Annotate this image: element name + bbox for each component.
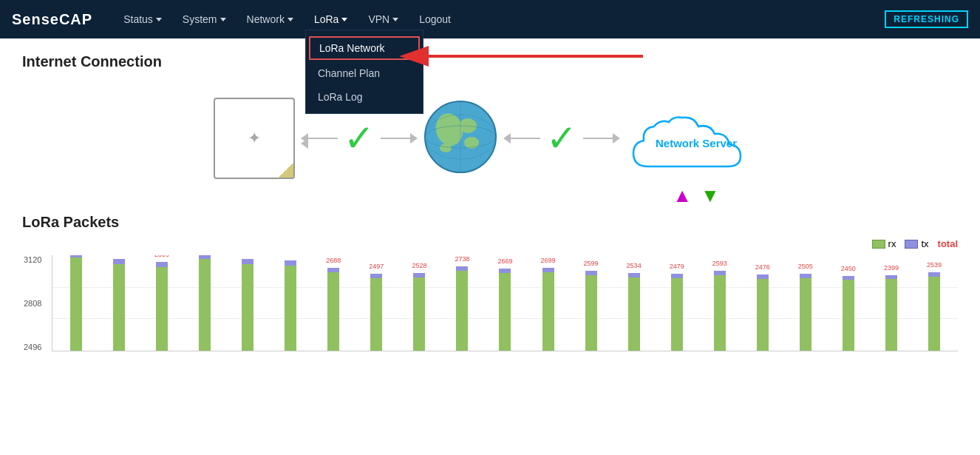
bar-total-label: 2669 — [497, 257, 512, 265]
main-content: Internet Connection ✦ ✓ — [0, 38, 980, 366]
connection-diagram: ✦ ✓ — [22, 92, 958, 184]
nav-status[interactable]: Status — [115, 9, 171, 30]
bar-rx — [800, 278, 811, 351]
nav-logout[interactable]: Logout — [410, 9, 460, 30]
arrow-line3 — [583, 138, 613, 139]
bar-stack — [585, 271, 597, 351]
bar-group: 2450 — [828, 255, 869, 351]
bar-total-label: 2528 — [412, 262, 426, 269]
bar-stack — [70, 255, 82, 351]
bar-stack — [285, 260, 296, 351]
bar-stack — [757, 274, 769, 351]
lora-packets-section: LoRa Packets rx tx total 3120 2808 2496 — [22, 214, 958, 351]
bar-group: 2688 — [313, 255, 354, 351]
device-icon: ✦ — [248, 129, 261, 148]
bar-group: 2539 — [913, 255, 955, 351]
bar-tx — [242, 259, 253, 264]
bar-total-label: 2476 — [755, 263, 770, 271]
bar-stack — [843, 276, 854, 351]
internet-connection-title: Internet Connection — [22, 53, 958, 70]
lora-packets-title: LoRa Packets — [22, 214, 958, 231]
bar-total-label: 2534 — [627, 262, 642, 269]
bar-rx — [242, 264, 253, 351]
nav-vpn[interactable]: VPN — [359, 9, 407, 30]
bar-group: 3063 — [184, 255, 225, 351]
legend-tx: tx — [905, 238, 928, 249]
bar-rx — [499, 273, 511, 351]
bar-rx — [199, 259, 211, 351]
bar-stack — [199, 255, 211, 351]
svg-point-6 — [440, 144, 452, 152]
bar-total-label: 2738 — [455, 255, 469, 263]
bar-total-label: 2479 — [670, 263, 684, 270]
bar-group: 2534 — [613, 255, 655, 351]
bar-stack — [456, 266, 468, 351]
bar-stack — [113, 259, 125, 351]
bar-group: 2599 — [571, 255, 612, 351]
bar-rx — [156, 267, 168, 351]
bar-group: 3111 — [55, 255, 97, 351]
bar-rx — [70, 257, 82, 351]
legend-rx-box — [872, 240, 885, 249]
network-server-label: Network Server — [656, 137, 737, 149]
bar-total-label: 2497 — [369, 263, 384, 270]
chart-container: 3120 2808 2496 3111286928093063293729262… — [22, 255, 958, 351]
bar-total-label: 2688 — [326, 257, 341, 264]
bar-stack — [671, 274, 683, 351]
bar-stack — [885, 275, 897, 351]
bar-stack — [499, 269, 511, 351]
network-server: .cloud-path{fill:white;stroke:#00aaff;st… — [626, 92, 766, 184]
bar-total-label: 2450 — [841, 265, 856, 272]
bar-rx — [671, 278, 683, 351]
dropdown-channel-plan[interactable]: Channel Plan — [306, 61, 423, 85]
bar-rx — [542, 272, 554, 351]
bar-stack — [928, 272, 940, 351]
bar-group: 2738 — [441, 255, 483, 351]
device-box: ✦ — [214, 98, 295, 179]
bar-rx — [928, 277, 940, 351]
bar-group: 2528 — [398, 255, 440, 351]
arrow-left2-icon — [503, 133, 511, 144]
bar-group: 2593 — [699, 255, 741, 351]
nav-items: Status System Network LoRa LoRa Network … — [115, 9, 885, 30]
bar-group: 2476 — [742, 255, 783, 351]
bar-rx — [585, 275, 597, 351]
chart-area: 3111286928093063293729262688249725282738… — [52, 255, 958, 351]
left-checkmark-icon: ✓ — [344, 120, 375, 157]
refreshing-badge: REFRESHING — [885, 10, 968, 28]
bar-rx — [370, 278, 382, 351]
bar-stack — [370, 274, 382, 351]
arrow-line — [381, 138, 410, 139]
nav-lora[interactable]: LoRa — [305, 9, 356, 30]
bar-rx — [327, 272, 339, 351]
bar-total-label: 2699 — [541, 257, 556, 264]
chevron-down-icon — [392, 18, 398, 21]
bar-rx — [757, 279, 769, 351]
bar-group: 2937 — [227, 255, 268, 351]
arrow-line — [308, 138, 338, 139]
bar-rx — [113, 264, 125, 351]
bar-total-label: 2599 — [584, 260, 599, 267]
navbar: SenseCAP Status System Network LoRa LoRa… — [0, 0, 980, 38]
bar-tx — [156, 262, 168, 267]
bar-group: 2479 — [656, 255, 698, 351]
bar-rx — [885, 279, 897, 351]
legend-tx-box — [905, 240, 918, 249]
nav-lora-dropdown[interactable]: LoRa LoRa Network Channel Plan LoRa Log — [305, 9, 356, 30]
arrow-left-icon — [301, 133, 308, 144]
bar-stack — [327, 268, 339, 351]
chevron-down-icon — [220, 18, 226, 21]
right-connection: ✓ — [503, 120, 620, 157]
dropdown-lora-network[interactable]: LoRa Network — [309, 36, 420, 60]
nav-system[interactable]: System — [174, 9, 235, 30]
brand-logo: SenseCAP — [12, 11, 92, 28]
bar-group: 2926 — [270, 255, 311, 351]
bar-total-label: 2593 — [712, 260, 727, 267]
bar-group: 2399 — [871, 255, 912, 351]
dropdown-lora-log[interactable]: LoRa Log — [306, 85, 423, 109]
arrow-right2-icon — [613, 133, 620, 144]
chevron-down-icon — [341, 18, 347, 21]
download-arrow-icon: ▼ — [701, 186, 720, 205]
bar-group: 2505 — [785, 255, 826, 351]
nav-network[interactable]: Network — [238, 9, 302, 30]
